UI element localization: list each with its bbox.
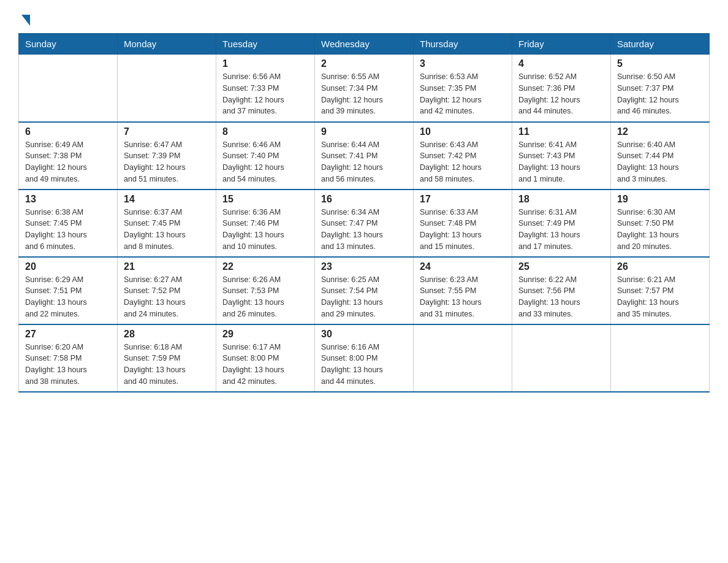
calendar-cell (611, 324, 710, 392)
calendar-cell: 21Sunrise: 6:27 AM Sunset: 7:52 PM Dayli… (118, 257, 216, 324)
day-info: Sunrise: 6:53 AM Sunset: 7:35 PM Dayligh… (420, 71, 506, 117)
day-info: Sunrise: 6:27 AM Sunset: 7:52 PM Dayligh… (124, 274, 210, 320)
day-info: Sunrise: 6:36 AM Sunset: 7:46 PM Dayligh… (222, 207, 308, 253)
calendar-header-tuesday: Tuesday (216, 34, 315, 55)
day-number: 13 (25, 194, 111, 205)
day-number: 18 (518, 194, 604, 205)
calendar-cell: 9Sunrise: 6:44 AM Sunset: 7:41 PM Daylig… (315, 122, 414, 190)
calendar-cell: 3Sunrise: 6:53 AM Sunset: 7:35 PM Daylig… (414, 55, 512, 122)
day-number: 7 (124, 126, 210, 137)
day-number: 3 (420, 58, 506, 69)
day-number: 12 (617, 126, 703, 137)
day-number: 10 (420, 126, 506, 137)
calendar-cell: 1Sunrise: 6:56 AM Sunset: 7:33 PM Daylig… (216, 55, 315, 122)
day-number: 16 (321, 194, 407, 205)
day-info: Sunrise: 6:31 AM Sunset: 7:49 PM Dayligh… (518, 207, 604, 253)
calendar-cell (19, 55, 118, 122)
day-info: Sunrise: 6:43 AM Sunset: 7:42 PM Dayligh… (420, 139, 506, 185)
day-number: 4 (518, 58, 604, 69)
calendar-cell: 26Sunrise: 6:21 AM Sunset: 7:57 PM Dayli… (611, 257, 710, 324)
calendar-week-row: 13Sunrise: 6:38 AM Sunset: 7:45 PM Dayli… (19, 190, 710, 257)
day-number: 8 (222, 126, 308, 137)
day-number: 11 (518, 126, 604, 137)
day-info: Sunrise: 6:30 AM Sunset: 7:50 PM Dayligh… (617, 207, 703, 253)
day-number: 29 (222, 329, 308, 340)
day-info: Sunrise: 6:26 AM Sunset: 7:53 PM Dayligh… (222, 274, 308, 320)
calendar-header-sunday: Sunday (19, 34, 118, 55)
day-info: Sunrise: 6:50 AM Sunset: 7:37 PM Dayligh… (617, 71, 703, 117)
day-info: Sunrise: 6:22 AM Sunset: 7:56 PM Dayligh… (518, 274, 604, 320)
calendar-header-friday: Friday (512, 34, 611, 55)
calendar-header-row: SundayMondayTuesdayWednesdayThursdayFrid… (19, 34, 710, 55)
calendar-cell: 10Sunrise: 6:43 AM Sunset: 7:42 PM Dayli… (414, 122, 512, 190)
calendar-cell: 23Sunrise: 6:25 AM Sunset: 7:54 PM Dayli… (315, 257, 414, 324)
calendar-cell: 12Sunrise: 6:40 AM Sunset: 7:44 PM Dayli… (611, 122, 710, 190)
calendar-cell: 5Sunrise: 6:50 AM Sunset: 7:37 PM Daylig… (611, 55, 710, 122)
day-number: 28 (124, 329, 210, 340)
day-info: Sunrise: 6:17 AM Sunset: 8:00 PM Dayligh… (222, 342, 308, 388)
day-number: 9 (321, 126, 407, 137)
calendar-header-wednesday: Wednesday (315, 34, 414, 55)
day-info: Sunrise: 6:41 AM Sunset: 7:43 PM Dayligh… (518, 139, 604, 185)
day-number: 30 (321, 329, 407, 340)
day-info: Sunrise: 6:49 AM Sunset: 7:38 PM Dayligh… (25, 139, 111, 185)
day-number: 19 (617, 194, 703, 205)
calendar-cell: 16Sunrise: 6:34 AM Sunset: 7:47 PM Dayli… (315, 190, 414, 257)
logo-arrow-icon (21, 15, 30, 26)
day-info: Sunrise: 6:44 AM Sunset: 7:41 PM Dayligh… (321, 139, 407, 185)
day-number: 27 (25, 329, 111, 340)
calendar-cell: 15Sunrise: 6:36 AM Sunset: 7:46 PM Dayli… (216, 190, 315, 257)
day-number: 26 (617, 261, 703, 272)
day-number: 6 (25, 126, 111, 137)
calendar-week-row: 27Sunrise: 6:20 AM Sunset: 7:58 PM Dayli… (19, 324, 710, 392)
calendar-cell: 14Sunrise: 6:37 AM Sunset: 7:45 PM Dayli… (118, 190, 216, 257)
day-number: 20 (25, 261, 111, 272)
calendar-cell: 19Sunrise: 6:30 AM Sunset: 7:50 PM Dayli… (611, 190, 710, 257)
calendar-cell: 25Sunrise: 6:22 AM Sunset: 7:56 PM Dayli… (512, 257, 611, 324)
day-info: Sunrise: 6:23 AM Sunset: 7:55 PM Dayligh… (420, 274, 506, 320)
calendar-cell: 30Sunrise: 6:16 AM Sunset: 8:00 PM Dayli… (315, 324, 414, 392)
calendar-cell (414, 324, 512, 392)
calendar-cell: 27Sunrise: 6:20 AM Sunset: 7:58 PM Dayli… (19, 324, 118, 392)
calendar-cell: 24Sunrise: 6:23 AM Sunset: 7:55 PM Dayli… (414, 257, 512, 324)
day-info: Sunrise: 6:38 AM Sunset: 7:45 PM Dayligh… (25, 207, 111, 253)
calendar-header-thursday: Thursday (414, 34, 512, 55)
calendar-cell: 29Sunrise: 6:17 AM Sunset: 8:00 PM Dayli… (216, 324, 315, 392)
day-info: Sunrise: 6:16 AM Sunset: 8:00 PM Dayligh… (321, 342, 407, 388)
day-info: Sunrise: 6:37 AM Sunset: 7:45 PM Dayligh… (124, 207, 210, 253)
calendar-cell: 8Sunrise: 6:46 AM Sunset: 7:40 PM Daylig… (216, 122, 315, 190)
calendar-week-row: 1Sunrise: 6:56 AM Sunset: 7:33 PM Daylig… (19, 55, 710, 122)
day-number: 15 (222, 194, 308, 205)
calendar-cell: 2Sunrise: 6:55 AM Sunset: 7:34 PM Daylig… (315, 55, 414, 122)
calendar-cell: 18Sunrise: 6:31 AM Sunset: 7:49 PM Dayli… (512, 190, 611, 257)
calendar-cell: 6Sunrise: 6:49 AM Sunset: 7:38 PM Daylig… (19, 122, 118, 190)
logo-text (18, 12, 30, 26)
calendar-cell (512, 324, 611, 392)
day-number: 5 (617, 58, 703, 69)
day-number: 25 (518, 261, 604, 272)
calendar-header-monday: Monday (118, 34, 216, 55)
day-info: Sunrise: 6:46 AM Sunset: 7:40 PM Dayligh… (222, 139, 308, 185)
calendar-cell: 7Sunrise: 6:47 AM Sunset: 7:39 PM Daylig… (118, 122, 216, 190)
day-number: 2 (321, 58, 407, 69)
day-info: Sunrise: 6:18 AM Sunset: 7:59 PM Dayligh… (124, 342, 210, 388)
calendar-table: SundayMondayTuesdayWednesdayThursdayFrid… (18, 33, 710, 393)
calendar-cell: 28Sunrise: 6:18 AM Sunset: 7:59 PM Dayli… (118, 324, 216, 392)
day-info: Sunrise: 6:20 AM Sunset: 7:58 PM Dayligh… (25, 342, 111, 388)
calendar-cell (118, 55, 216, 122)
day-info: Sunrise: 6:52 AM Sunset: 7:36 PM Dayligh… (518, 71, 604, 117)
day-info: Sunrise: 6:56 AM Sunset: 7:33 PM Dayligh… (222, 71, 308, 117)
day-info: Sunrise: 6:55 AM Sunset: 7:34 PM Dayligh… (321, 71, 407, 117)
day-info: Sunrise: 6:47 AM Sunset: 7:39 PM Dayligh… (124, 139, 210, 185)
day-info: Sunrise: 6:40 AM Sunset: 7:44 PM Dayligh… (617, 139, 703, 185)
day-number: 17 (420, 194, 506, 205)
day-info: Sunrise: 6:29 AM Sunset: 7:51 PM Dayligh… (25, 274, 111, 320)
header (18, 12, 710, 22)
calendar-cell: 20Sunrise: 6:29 AM Sunset: 7:51 PM Dayli… (19, 257, 118, 324)
calendar-cell: 4Sunrise: 6:52 AM Sunset: 7:36 PM Daylig… (512, 55, 611, 122)
calendar-cell: 11Sunrise: 6:41 AM Sunset: 7:43 PM Dayli… (512, 122, 611, 190)
logo (18, 12, 30, 22)
calendar-week-row: 6Sunrise: 6:49 AM Sunset: 7:38 PM Daylig… (19, 122, 710, 190)
day-number: 21 (124, 261, 210, 272)
calendar-cell: 13Sunrise: 6:38 AM Sunset: 7:45 PM Dayli… (19, 190, 118, 257)
